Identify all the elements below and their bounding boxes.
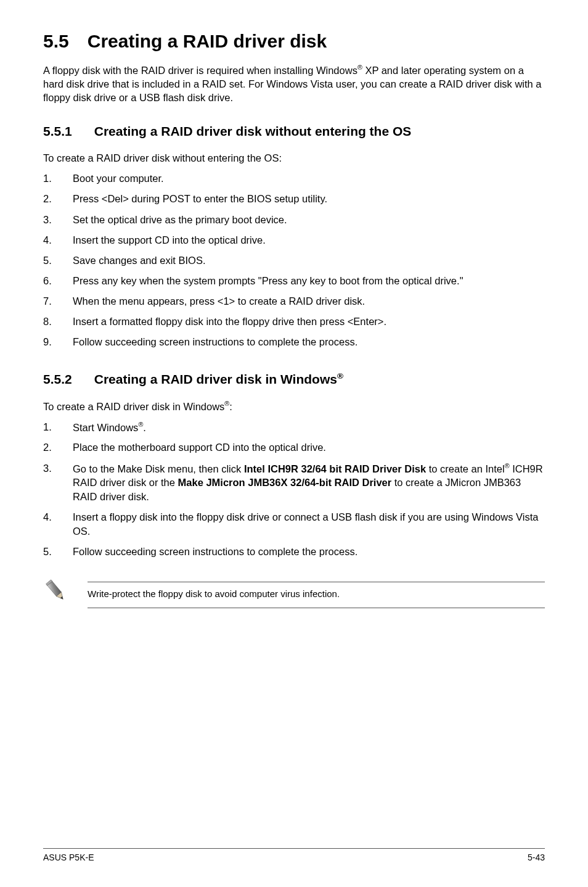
list-item: Insert a formatted floppy disk into the … bbox=[43, 315, 545, 329]
subsection-2-number: 5.5.2 bbox=[43, 372, 72, 387]
section-title: Creating a RAID driver disk bbox=[88, 31, 327, 51]
note-text: Write-protect the floppy disk to avoid c… bbox=[88, 587, 545, 600]
list-item: Start Windows®. bbox=[43, 420, 545, 435]
page-heading: 5.5Creating a RAID driver disk bbox=[43, 31, 545, 52]
sub1-lead: To create a RAID driver disk without ent… bbox=[43, 151, 545, 165]
registered-mark: ® bbox=[357, 64, 362, 71]
section-number: 5.5 bbox=[43, 31, 69, 52]
sub2-lead-prefix: To create a RAID driver disk in Windows bbox=[43, 401, 224, 412]
step3-text-b: to create an Intel bbox=[426, 463, 505, 474]
list-item: Boot your computer. bbox=[43, 171, 545, 186]
footer-left: ASUS P5K-E bbox=[43, 852, 94, 862]
step1-suffix: . bbox=[143, 421, 146, 432]
list-item: Follow succeeding screen instructions to… bbox=[43, 335, 545, 349]
list-item: Press <Del> during POST to enter the BIO… bbox=[43, 192, 545, 206]
step3-bold2: Make JMicron JMB36X 32/64-bit RAID Drive… bbox=[178, 477, 392, 488]
subsection-2-heading: 5.5.2Creating a RAID driver disk in Wind… bbox=[43, 371, 545, 387]
step3-bold1: Intel ICH9R 32/64 bit RAID Driver Disk bbox=[244, 463, 426, 474]
list-item: Go to the Make Disk menu, then click Int… bbox=[43, 461, 545, 505]
list-item: Press any key when the system prompts "P… bbox=[43, 274, 545, 288]
step3-text-a: Go to the Make Disk menu, then click bbox=[73, 463, 244, 474]
list-item: Follow succeeding screen instructions to… bbox=[43, 545, 545, 559]
registered-mark: ® bbox=[337, 371, 343, 381]
footer: ASUS P5K-E 5-43 bbox=[43, 848, 545, 862]
sub1-steps: Boot your computer. Press <Del> during P… bbox=[43, 171, 545, 349]
list-item: When the menu appears, press <1> to crea… bbox=[43, 294, 545, 308]
sub2-lead-suffix: : bbox=[229, 401, 232, 412]
list-item: Place the motherboard support CD into th… bbox=[43, 440, 545, 455]
sub2-lead: To create a RAID driver disk in Windows®… bbox=[43, 399, 545, 414]
subsection-1-heading: 5.5.1Creating a RAID driver disk without… bbox=[43, 124, 545, 139]
note-text-wrap: Write-protect the floppy disk to avoid c… bbox=[88, 582, 545, 608]
pencil-icon bbox=[43, 578, 69, 604]
note-box: Write-protect the floppy disk to avoid c… bbox=[43, 582, 545, 608]
intro-prefix: A floppy disk with the RAID driver is re… bbox=[43, 65, 357, 76]
sub2-steps: Start Windows®. Place the motherboard su… bbox=[43, 420, 545, 559]
list-item: Insert a floppy disk into the floppy dis… bbox=[43, 510, 545, 538]
registered-mark: ® bbox=[505, 462, 510, 469]
step1-prefix: Start Windows bbox=[73, 421, 138, 432]
footer-right: 5-43 bbox=[528, 852, 545, 862]
intro-paragraph: A floppy disk with the RAID driver is re… bbox=[43, 63, 545, 104]
list-item: Save changes and exit BIOS. bbox=[43, 254, 545, 268]
subsection-1-title: Creating a RAID driver disk without ente… bbox=[94, 124, 412, 138]
subsection-2-title-prefix: Creating a RAID driver disk in Windows bbox=[94, 372, 337, 386]
list-item: Insert the support CD into the optical d… bbox=[43, 233, 545, 247]
subsection-1-number: 5.5.1 bbox=[43, 124, 72, 139]
list-item: Set the optical drive as the primary boo… bbox=[43, 213, 545, 227]
